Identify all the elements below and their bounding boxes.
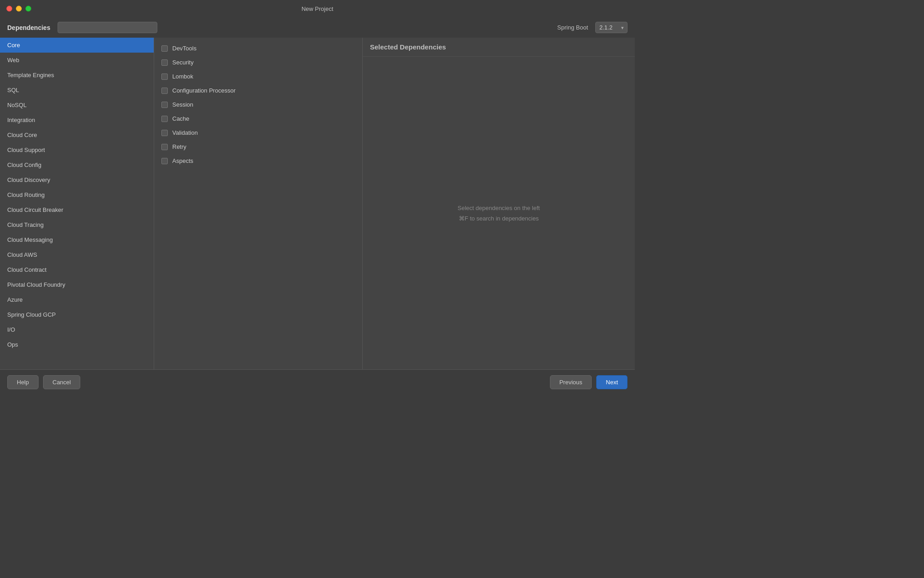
category-item-cloud-core[interactable]: Cloud Core [0, 127, 154, 142]
next-button[interactable]: Next [596, 375, 627, 389]
selected-hint-line2: ⌘F to search in dependencies [459, 215, 539, 222]
content-area: CoreWebTemplate EnginesSQLNoSQLIntegrati… [0, 38, 635, 369]
search-input[interactable] [58, 22, 157, 33]
dependency-item-validation[interactable]: Validation [154, 126, 362, 140]
search-wrapper: 🔍 [58, 22, 157, 33]
close-button[interactable] [6, 6, 12, 12]
checkbox-configuration-processor[interactable] [161, 88, 168, 94]
dependency-list: DevToolsSecurityLombokConfiguration Proc… [154, 38, 363, 369]
dep-label-cache: Cache [172, 115, 190, 122]
checkbox-retry[interactable] [161, 144, 168, 150]
category-item-spring-cloud-gcp[interactable]: Spring Cloud GCP [0, 307, 154, 322]
selected-hint-line1: Select dependencies on the left [457, 205, 540, 211]
cancel-button[interactable]: Cancel [43, 375, 80, 389]
version-select-wrapper: 2.1.2 2.0.9 1.5.20 [595, 22, 627, 33]
dep-label-aspects: Aspects [172, 157, 193, 164]
maximize-button[interactable] [25, 6, 31, 12]
title-bar: New Project [0, 0, 635, 17]
version-select[interactable]: 2.1.2 2.0.9 1.5.20 [595, 22, 627, 33]
category-item-nosql[interactable]: NoSQL [0, 98, 154, 113]
bottom-bar: Help Cancel Previous Next [0, 369, 635, 395]
checkbox-cache[interactable] [161, 116, 168, 122]
category-item-io[interactable]: I/O [0, 322, 154, 337]
category-item-azure[interactable]: Azure [0, 292, 154, 307]
minimize-button[interactable] [16, 6, 22, 12]
category-item-pivotal-cloud-foundry[interactable]: Pivotal Cloud Foundry [0, 277, 154, 292]
dependency-item-cache[interactable]: Cache [154, 112, 362, 126]
category-item-cloud-circuit-breaker[interactable]: Cloud Circuit Breaker [0, 202, 154, 217]
category-item-cloud-routing[interactable]: Cloud Routing [0, 187, 154, 202]
selected-panel-title: Selected Dependencies [363, 38, 635, 57]
dep-label-security: Security [172, 59, 194, 66]
checkbox-aspects[interactable] [161, 158, 168, 164]
dependency-item-session[interactable]: Session [154, 98, 362, 112]
dependency-item-configuration-processor[interactable]: Configuration Processor [154, 83, 362, 98]
dependency-item-devtools[interactable]: DevTools [154, 41, 362, 55]
category-item-cloud-aws[interactable]: Cloud AWS [0, 247, 154, 262]
category-item-template-engines[interactable]: Template Engines [0, 68, 154, 83]
dependency-item-lombok[interactable]: Lombok [154, 69, 362, 83]
dep-label-devtools: DevTools [172, 45, 196, 52]
selected-panel: Selected Dependencies Select dependencie… [363, 38, 635, 369]
dep-label-retry: Retry [172, 143, 186, 150]
category-list: CoreWebTemplate EnginesSQLNoSQLIntegrati… [0, 38, 154, 369]
category-item-cloud-contract[interactable]: Cloud Contract [0, 262, 154, 277]
dep-label-session: Session [172, 101, 193, 108]
main-container: Dependencies 🔍 Spring Boot 2.1.2 2.0.9 1… [0, 17, 635, 395]
category-item-cloud-messaging[interactable]: Cloud Messaging [0, 232, 154, 247]
dependency-item-aspects[interactable]: Aspects [154, 154, 362, 168]
checkbox-security[interactable] [161, 59, 168, 66]
category-item-ops[interactable]: Ops [0, 337, 154, 352]
checkbox-session[interactable] [161, 102, 168, 108]
category-item-core[interactable]: Core [0, 38, 154, 53]
top-bar: Dependencies 🔍 Spring Boot 2.1.2 2.0.9 1… [0, 17, 635, 38]
dependency-item-retry[interactable]: Retry [154, 140, 362, 154]
category-item-cloud-support[interactable]: Cloud Support [0, 142, 154, 157]
checkbox-lombok[interactable] [161, 73, 168, 80]
dep-label-configuration-processor: Configuration Processor [172, 87, 235, 94]
selected-empty-state: Select dependencies on the left ⌘F to se… [363, 57, 635, 369]
window-title: New Project [302, 5, 333, 12]
checkbox-validation[interactable] [161, 130, 168, 136]
category-item-cloud-tracing[interactable]: Cloud Tracing [0, 217, 154, 232]
dep-label-lombok: Lombok [172, 73, 193, 80]
checkbox-devtools[interactable] [161, 45, 168, 52]
traffic-lights[interactable] [6, 6, 31, 12]
category-item-cloud-discovery[interactable]: Cloud Discovery [0, 172, 154, 187]
category-item-integration[interactable]: Integration [0, 113, 154, 127]
category-item-sql[interactable]: SQL [0, 83, 154, 98]
category-item-web[interactable]: Web [0, 53, 154, 68]
dep-label-validation: Validation [172, 129, 198, 136]
dependency-item-security[interactable]: Security [154, 55, 362, 69]
help-button[interactable]: Help [7, 375, 39, 389]
spring-boot-label: Spring Boot [557, 24, 588, 31]
previous-button[interactable]: Previous [550, 375, 592, 389]
dependencies-label: Dependencies [7, 24, 50, 31]
category-item-cloud-config[interactable]: Cloud Config [0, 157, 154, 172]
